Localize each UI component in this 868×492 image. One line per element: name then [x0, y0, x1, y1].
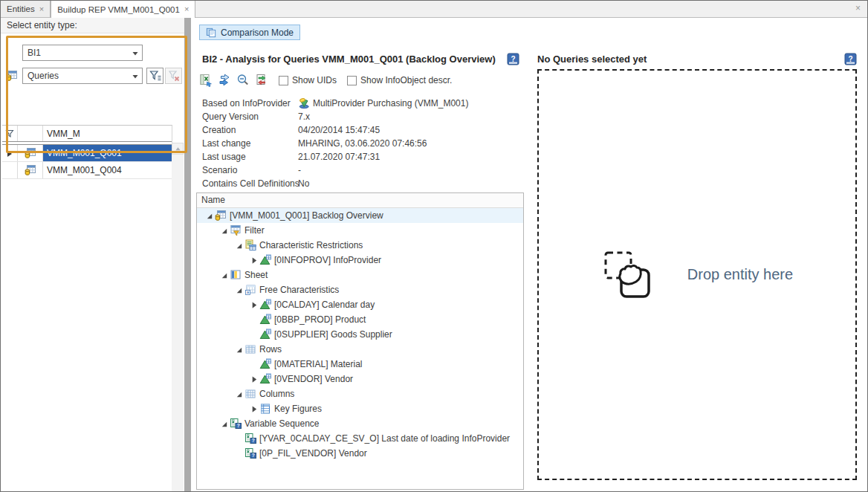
arrow-spacer — [248, 330, 259, 339]
filter-row-funnel-icon — [5, 129, 14, 138]
tree-row-label: [0P_FIL_VENDOR] Vendor — [259, 448, 367, 459]
excel-export-icon[interactable] — [199, 74, 213, 87]
free-characteristics-icon: a — [244, 284, 256, 296]
help-icon[interactable]: ? — [844, 53, 857, 65]
tree-row[interactable]: Characteristic Restrictions — [197, 238, 523, 253]
entity-list: VMM_M VMM_M001_Q001VMM_M001_Q004 — [2, 125, 172, 179]
info-value: 04/20/2014 15:47:45 — [298, 125, 380, 135]
key-figures-icon — [259, 403, 271, 415]
tree-row[interactable]: Sheet — [197, 268, 523, 282]
restriction-icon — [244, 239, 256, 251]
tree-row[interactable]: Filter — [197, 223, 523, 238]
info-row: Query Version7.x — [202, 110, 522, 123]
checkbox-show-infoobject-descr-[interactable]: Show InfoObject descr. — [347, 75, 452, 85]
tree-row[interactable]: [0MATERIAL] Material — [197, 357, 523, 372]
info-value: MultiProvider Purchasing (VMM_M001) — [298, 97, 468, 109]
tree-row[interactable]: [0INFOPROV] InfoProvider — [197, 253, 523, 268]
info-row: Scenario- — [202, 164, 522, 177]
tree-row[interactable]: aFree Characteristics — [197, 282, 523, 297]
tree-row[interactable]: [VMM_M001_Q001] Backlog Overview — [197, 208, 523, 223]
collapse-arrow-icon[interactable] — [233, 389, 244, 398]
info-label: Based on InfoProvider — [202, 98, 298, 109]
system-select-value: BI1 — [27, 48, 41, 58]
expand-arrow-icon[interactable] — [248, 404, 259, 413]
panel-splitter[interactable] — [184, 17, 191, 492]
arrow-spacer — [233, 434, 244, 443]
collapse-arrow-icon[interactable] — [233, 345, 244, 354]
tree-row[interactable]: ?Variable Sequence — [197, 416, 523, 431]
tree-row-label: [VMM_M001_Q001] Backlog Overview — [230, 210, 383, 221]
query-icon — [25, 147, 36, 159]
collapse-arrow-icon[interactable] — [233, 241, 244, 250]
tree-row[interactable]: Columns — [197, 386, 523, 401]
info-value: No — [298, 178, 309, 189]
sheet-icon — [230, 269, 242, 281]
checkbox-show-uids[interactable]: Show UIDs — [279, 75, 337, 85]
drop-zone-label: Drop entity here — [687, 266, 793, 283]
collapse-arrow-icon[interactable] — [218, 419, 230, 428]
checkbox-box[interactable] — [347, 76, 357, 85]
tree-row-label: Sheet — [244, 270, 268, 280]
tree-row-label: [0BBP_PROD] Product — [274, 314, 366, 325]
comparison-mode-button[interactable]: Comparison Mode — [199, 25, 300, 40]
info-value: - — [298, 165, 301, 175]
collapse-arrow-icon[interactable] — [204, 211, 215, 220]
tree-row[interactable]: ?[0P_FIL_VENDOR] Vendor — [197, 446, 523, 461]
svg-text:?: ? — [848, 55, 852, 63]
drop-zone[interactable]: Drop entity here — [537, 69, 857, 480]
svg-text:?: ? — [511, 55, 515, 63]
checkbox-box[interactable] — [279, 76, 288, 85]
entity-list-scrollbar[interactable] — [172, 143, 184, 492]
tree-row[interactable]: [0VENDOR] Vendor — [197, 372, 523, 386]
tab-buildup-rep-label: Buildup REP VMM_M001_Q001 — [57, 5, 180, 14]
entity-type-select-value: Queries — [27, 71, 59, 81]
tree-row-label: [0CALDAY] Calendar day — [274, 300, 375, 310]
tree-row[interactable]: [0SUPPLIER] Goods Supplier — [197, 327, 523, 342]
checkbox-label: Show UIDs — [292, 75, 337, 85]
tree-row-label: Key Figures — [274, 404, 322, 414]
expand-arrow-icon[interactable] — [248, 256, 259, 265]
tab-close-icon[interactable]: × — [39, 5, 44, 13]
entity-row[interactable]: VMM_M001_Q004 — [2, 162, 172, 179]
entity-type-select[interactable]: Queries — [22, 68, 143, 84]
tab-close-icon[interactable]: × — [184, 5, 189, 13]
close-icon[interactable]: × — [855, 4, 861, 13]
tab-buildup-rep[interactable]: Buildup REP VMM_M001_Q001 × — [51, 1, 195, 18]
tree-row[interactable]: Key Figures — [197, 401, 523, 416]
entity-filter-input[interactable]: VMM_M — [43, 126, 172, 141]
clear-filter-button[interactable] — [165, 68, 182, 84]
tree-row[interactable]: [0BBP_PROD] Product — [197, 312, 523, 327]
right-panel-title: No Queries selected yet — [537, 54, 647, 65]
checkbox-label: Show InfoObject descr. — [360, 75, 452, 85]
tree-row[interactable]: ?[YVAR_0CALDAY_CE_SV_O] Last date of loa… — [197, 431, 523, 446]
clear-filter-icon — [167, 69, 181, 82]
entity-row[interactable]: VMM_M001_Q001 — [2, 145, 172, 162]
entity-name: VMM_M001_Q004 — [43, 162, 172, 178]
entity-filter-row[interactable]: VMM_M — [2, 126, 172, 141]
current-row-icon — [7, 149, 13, 157]
collapse-arrow-icon[interactable] — [218, 226, 230, 235]
collapse-arrow-icon[interactable] — [218, 271, 230, 279]
scroll-up-button[interactable] — [172, 143, 184, 155]
arrow-spacer — [248, 315, 259, 324]
zoom-out-icon[interactable] — [236, 74, 250, 87]
info-label: Last change — [202, 138, 298, 149]
transfer-icon[interactable] — [218, 74, 231, 87]
tree-row-label: Variable Sequence — [244, 418, 320, 429]
collapse-arrow-icon[interactable] — [233, 285, 244, 294]
tree-row[interactable]: Rows — [197, 342, 523, 357]
expand-arrow-icon[interactable] — [248, 375, 259, 383]
swap-icon[interactable] — [255, 74, 268, 87]
tab-entities[interactable]: Entities × — [1, 1, 51, 17]
name-column-header[interactable]: Name — [197, 193, 523, 208]
expand-arrow-icon[interactable] — [248, 300, 259, 309]
tree-row-label: [0INFOPROV] InfoProvider — [274, 255, 381, 265]
variable-icon: ? — [230, 418, 242, 430]
system-select[interactable]: BI1 — [22, 45, 143, 61]
tree-row-label: [0MATERIAL] Material — [274, 359, 362, 369]
tree-row[interactable]: [0CALDAY] Calendar day — [197, 297, 523, 312]
filter-button[interactable] — [146, 68, 163, 84]
help-icon[interactable]: ? — [507, 53, 519, 65]
tab-bar: Entities × Buildup REP VMM_M001_Q001 × × — [1, 1, 867, 18]
variable-icon: ? — [244, 433, 256, 444]
